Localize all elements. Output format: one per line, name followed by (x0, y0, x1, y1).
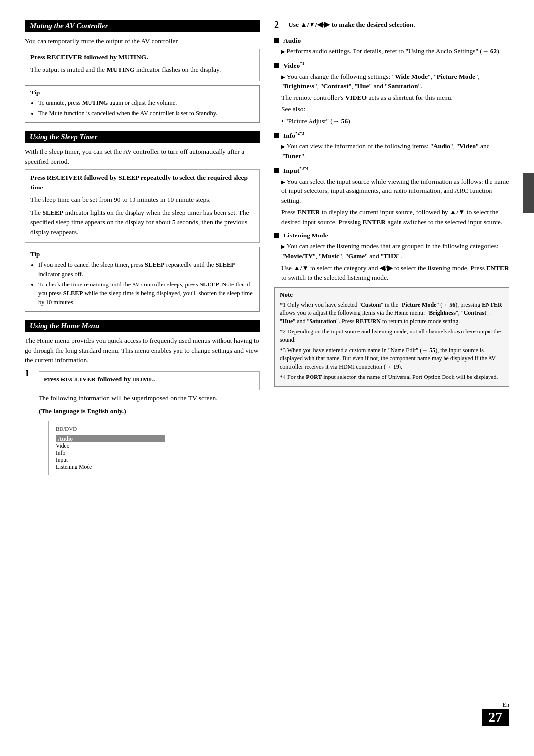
tv-screen-item-audio: Audio (56, 435, 165, 442)
audio-bullet-icon (274, 38, 279, 43)
section-home-title: Using the Home Menu (30, 322, 99, 330)
subsection-listening-mode: Listening Mode You can select the listen… (274, 232, 509, 282)
subsection-video-title: Video*1 (274, 61, 509, 70)
section-sleep-timer: Using the Sleep Timer With the sleep tim… (25, 131, 260, 312)
video-bullet-icon (274, 63, 279, 68)
muting-tip-item-1: To unmute, press MUTING again or adjust … (38, 98, 254, 107)
sleep-tip-title: Tip (30, 250, 254, 258)
input-extra1: Press ENTER to display the current input… (281, 207, 509, 227)
subsection-info-title: Info*2*3 (274, 131, 509, 140)
home-substep-bold: Press RECEIVER followed by HOME. (44, 375, 254, 384)
sleep-tip-item-1: If you need to cancel the sleep timer, p… (38, 260, 254, 278)
muting-tip-item-2: The Mute function is cancelled when the … (38, 109, 254, 118)
video-arrow-text: You can change the following settings: "… (281, 72, 509, 91)
subsection-audio: Audio Performs audio settings. For detai… (274, 37, 509, 56)
note-box: Note *1 Only when you have selected "Cus… (274, 287, 509, 387)
step2-wrapper: 2 Use ▲/▼/◀/▶ to make the desired select… (274, 20, 509, 33)
note-title: Note (280, 291, 504, 299)
input-arrow-text: You can select the input source while vi… (281, 177, 509, 206)
note-item-2: *2 Depending on the input source and lis… (280, 328, 504, 344)
home-step1-content: Press RECEIVER followed by HOME. The fol… (39, 368, 260, 481)
audio-arrow-text: Performs audio settings. For details, re… (281, 47, 509, 56)
page-footer: En 27 (25, 696, 509, 726)
tv-screen-item-input: Input (56, 456, 165, 463)
tv-screen-item-video: Video (56, 442, 165, 449)
en-label: En (482, 701, 509, 709)
note-item-3: *3 When you have entered a custom name i… (280, 346, 504, 371)
section-muting-title: Muting the AV Controller (30, 22, 108, 30)
video-extra1: The remote controller's VIDEO acts as a … (281, 93, 509, 103)
section-sleep-title: Using the Sleep Timer (30, 133, 97, 141)
subsection-audio-title: Audio (274, 37, 509, 45)
subsection-input-title: Input*3*4 (274, 166, 509, 175)
sleep-substep-bold: Press RECEIVER followed by SLEEP repeate… (30, 173, 254, 192)
listening-extra1: Use ▲/▼ to select the category and ◀/▶ t… (281, 263, 509, 283)
sleep-substep-body1: The sleep time can be set from 90 to 10 … (30, 195, 254, 205)
sleep-substep-box: Press RECEIVER followed by SLEEP repeate… (25, 169, 260, 243)
video-extra3: • "Picture Adjust" (→ 56) (281, 116, 509, 126)
page-number-block: En 27 (482, 701, 509, 726)
muting-tip-box: Tip To unmute, press MUTING again or adj… (25, 85, 260, 123)
home-step1: 1 Press RECEIVER followed by HOME. The f… (25, 368, 260, 481)
subsection-info: Info*2*3 You can view the information of… (274, 131, 509, 161)
step2-content: Use ▲/▼/◀/▶ to make the desired selectio… (288, 20, 509, 33)
right-edge-tab (523, 173, 534, 213)
sleep-tip-list: If you need to cancel the sleep timer, p… (30, 260, 254, 307)
muting-substep-body: The output is muted and the MUTING indic… (30, 65, 254, 75)
section-home-menu: Using the Home Menu The Home menu provid… (25, 320, 260, 480)
section-muting-intro: You can temporarily mute the output of t… (25, 36, 260, 46)
input-label: Input*3*4 (283, 166, 308, 175)
info-bullet-icon (274, 133, 279, 138)
info-arrow-text: You can view the information of the foll… (281, 142, 509, 161)
tv-screen-item-info: Info (56, 449, 165, 456)
audio-label: Audio (283, 37, 301, 45)
home-step1-num: 1 (25, 368, 35, 481)
muting-substep-box: Press RECEIVER followed by MUTING. The o… (25, 49, 260, 81)
muting-substep-bold: Press RECEIVER followed by MUTING. (30, 52, 254, 62)
subsection-input: Input*3*4 You can select the input sourc… (274, 166, 509, 227)
video-extra2: See also: (281, 104, 509, 114)
section-sleep-header: Using the Sleep Timer (25, 131, 260, 143)
subsection-listening-body: You can select the listening modes that … (274, 241, 509, 282)
muting-tip-list: To unmute, press MUTING again or adjust … (30, 98, 254, 118)
tv-screen-item-listening-mode: Listening Mode (56, 463, 165, 470)
subsection-info-body: You can view the information of the foll… (274, 142, 509, 161)
info-label: Info*2*3 (283, 131, 304, 140)
listening-label: Listening Mode (283, 232, 328, 239)
subsection-video: Video*1 You can change the following set… (274, 61, 509, 126)
subsection-input-body: You can select the input source while vi… (274, 177, 509, 227)
step2-num: 2 (274, 20, 284, 33)
muting-tip-title: Tip (30, 89, 254, 96)
section-muting: Muting the AV Controller You can tempora… (25, 20, 260, 123)
section-sleep-intro: With the sleep timer, you can set the AV… (25, 147, 260, 166)
subsection-listening-title: Listening Mode (274, 232, 509, 239)
tv-screen-mockup: BD/DVD Audio Video Info Input Listening … (48, 421, 172, 475)
right-column: 2 Use ▲/▼/◀/▶ to make the desired select… (274, 20, 509, 686)
sleep-tip-item-2: To check the time remaining until the AV… (38, 280, 254, 307)
section-home-intro: The Home menu provides you quick access … (25, 336, 260, 365)
section-muting-header: Muting the AV Controller (25, 20, 260, 32)
page-number: 27 (482, 709, 509, 726)
left-column: Muting the AV Controller You can tempora… (25, 20, 260, 686)
tv-screen-title: BD/DVD (56, 426, 165, 433)
subsection-video-body: You can change the following settings: "… (274, 72, 509, 126)
step2-header-text: Use ▲/▼/◀/▶ to make the desired selectio… (288, 20, 509, 30)
home-substep-box: Press RECEIVER followed by HOME. (39, 371, 260, 391)
listening-bullet-icon (274, 233, 279, 238)
page: Muting the AV Controller You can tempora… (0, 0, 534, 756)
home-substep-body2: (The language is English only.) (39, 406, 260, 416)
home-substep-body1: The following information will be superi… (39, 393, 260, 403)
section-home-header: Using the Home Menu (25, 320, 260, 332)
input-bullet-icon (274, 168, 279, 173)
note-item-1: *1 Only when you have selected "Custom" … (280, 301, 504, 326)
sleep-substep-body2: The SLEEP indicator lights on the displa… (30, 208, 254, 237)
listening-arrow-text: You can select the listening modes that … (281, 241, 509, 261)
video-label: Video*1 (283, 61, 304, 70)
subsection-audio-body: Performs audio settings. For details, re… (274, 47, 509, 56)
two-column-layout: Muting the AV Controller You can tempora… (25, 20, 509, 686)
sleep-tip-box: Tip If you need to cancel the sleep time… (25, 247, 260, 312)
note-item-4: *4 For the PORT input selector, the name… (280, 373, 504, 381)
